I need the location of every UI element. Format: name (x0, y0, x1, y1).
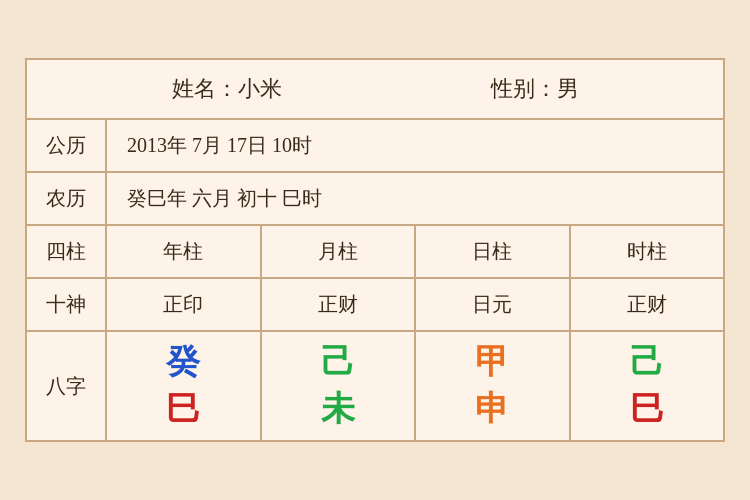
sizhu-col-1: 月柱 (262, 226, 417, 277)
bazhi-2-bottom: 申 (475, 389, 509, 430)
sizhu-row: 四柱 年柱 月柱 日柱 时柱 (27, 226, 723, 279)
bazhi-col-3: 己 巳 (571, 332, 724, 440)
bazhi-label: 八字 (27, 332, 107, 440)
shishen-col-1: 正财 (262, 279, 417, 330)
bazhi-3-top: 己 (630, 342, 664, 383)
main-container: 姓名：小米 性别：男 公历 2013年 7月 17日 10时 农历 癸巳年 六月… (25, 58, 725, 442)
bazhi-0-top: 癸 (166, 342, 200, 383)
name-label: 姓名：小米 (172, 74, 282, 104)
bazhi-1-top: 己 (321, 342, 355, 383)
bazhi-2-top: 甲 (475, 342, 509, 383)
sizhu-col-0: 年柱 (107, 226, 262, 277)
bazhi-row: 八字 癸 巳 己 未 甲 申 己 巳 (27, 332, 723, 440)
bazhi-1-bottom: 未 (321, 389, 355, 430)
bazhi-0-bottom: 巳 (166, 389, 200, 430)
solar-value: 2013年 7月 17日 10时 (107, 120, 723, 171)
lunar-label: 农历 (27, 173, 107, 224)
sizhu-col-3: 时柱 (571, 226, 724, 277)
solar-row: 公历 2013年 7月 17日 10时 (27, 120, 723, 173)
sizhu-col-2: 日柱 (416, 226, 571, 277)
sizhu-label: 四柱 (27, 226, 107, 277)
header-row: 姓名：小米 性别：男 (27, 60, 723, 120)
shishen-col-2: 日元 (416, 279, 571, 330)
bazhi-3-bottom: 巳 (630, 389, 664, 430)
gender-label: 性别：男 (491, 74, 579, 104)
shishen-label: 十神 (27, 279, 107, 330)
solar-label: 公历 (27, 120, 107, 171)
shishen-col-0: 正印 (107, 279, 262, 330)
shishen-row: 十神 正印 正财 日元 正财 (27, 279, 723, 332)
bazhi-col-2: 甲 申 (416, 332, 571, 440)
bazhi-col-0: 癸 巳 (107, 332, 262, 440)
bazhi-col-1: 己 未 (262, 332, 417, 440)
shishen-col-3: 正财 (571, 279, 724, 330)
lunar-value: 癸巳年 六月 初十 巳时 (107, 173, 723, 224)
lunar-row: 农历 癸巳年 六月 初十 巳时 (27, 173, 723, 226)
